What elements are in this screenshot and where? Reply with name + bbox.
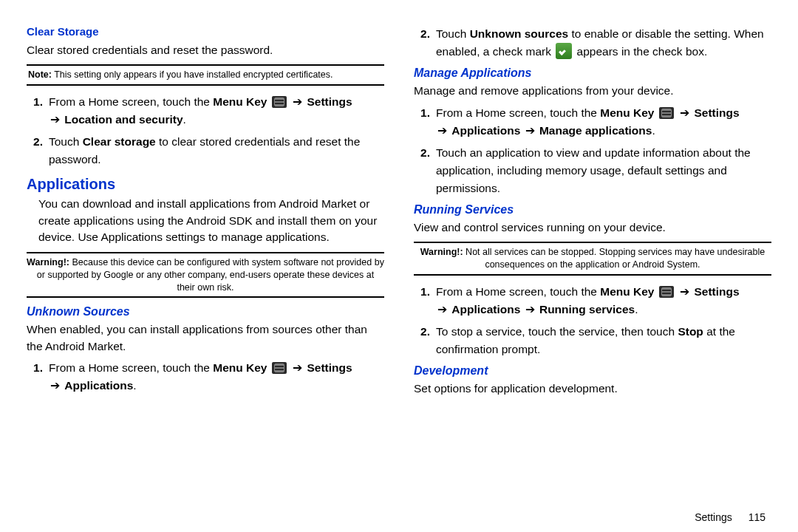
left-column: Clear Storage Clear stored credentials a… bbox=[27, 22, 384, 401]
menu-key-icon bbox=[659, 107, 674, 119]
heading-manage-applications: Manage Applications bbox=[414, 66, 771, 80]
step-number: 1. bbox=[27, 93, 43, 111]
warning-running-services: Warning!: Not all services can be stoppe… bbox=[414, 242, 771, 276]
heading-running-services: Running Services bbox=[414, 203, 771, 216]
step-number: 2. bbox=[414, 25, 430, 43]
step-number: 2. bbox=[27, 133, 43, 151]
body-clear-storage: Clear stored credentials and reset the p… bbox=[27, 42, 384, 58]
steps-clear-storage: 1. From a Home screen, touch the Menu Ke… bbox=[27, 93, 384, 168]
heading-clear-storage: Clear Storage bbox=[27, 25, 384, 38]
body-applications: You can download and install application… bbox=[38, 196, 384, 245]
menu-key-icon bbox=[272, 96, 287, 108]
note-clear-storage: Note: This setting only appears if you h… bbox=[27, 64, 384, 86]
checkmark-icon bbox=[556, 43, 572, 59]
page-footer: Settings 115 bbox=[695, 511, 765, 523]
body-unknown-sources: When enabled, you can install applicatio… bbox=[27, 321, 384, 355]
footer-section: Settings bbox=[695, 511, 732, 523]
warning-applications: Warning!: Because this device can be con… bbox=[27, 252, 384, 299]
body-manage-applications: Manage and remove applications from your… bbox=[414, 83, 771, 99]
right-column: 2. Touch Unknown sources to enable or di… bbox=[414, 22, 771, 401]
step-number: 1. bbox=[414, 104, 430, 122]
menu-key-icon bbox=[272, 362, 287, 374]
steps-manage-applications: 1. From a Home screen, touch the Menu Ke… bbox=[414, 104, 771, 197]
menu-key-icon bbox=[659, 286, 674, 298]
step-number: 1. bbox=[414, 283, 430, 301]
body-running-services: View and control services running on you… bbox=[414, 219, 771, 236]
step-number: 2. bbox=[414, 144, 430, 162]
heading-unknown-sources: Unknown Sources bbox=[27, 305, 384, 318]
steps-unknown-sources-cont: 2. Touch Unknown sources to enable or di… bbox=[414, 25, 771, 61]
body-development: Set options for application development. bbox=[414, 381, 771, 397]
steps-running-services: 1. From a Home screen, touch the Menu Ke… bbox=[414, 283, 771, 358]
heading-applications: Applications bbox=[27, 176, 384, 193]
step-number: 1. bbox=[27, 359, 43, 377]
step-number: 2. bbox=[414, 323, 430, 341]
steps-unknown-sources: 1. From a Home screen, touch the Menu Ke… bbox=[27, 359, 384, 395]
heading-development: Development bbox=[414, 364, 771, 378]
footer-page-number: 115 bbox=[748, 511, 765, 523]
